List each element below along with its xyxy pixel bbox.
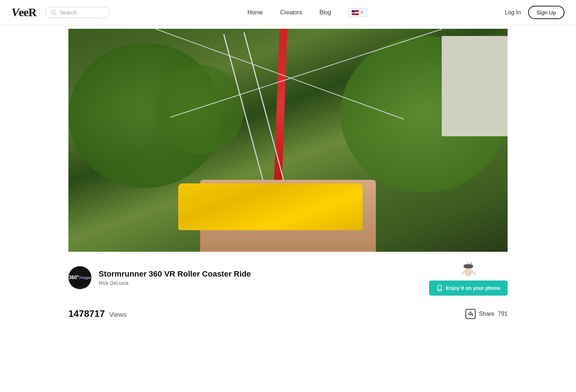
video-player[interactable] [68,29,508,252]
chevron-down-icon: ▼ [360,10,364,14]
nav-creators[interactable]: Creators [280,9,302,16]
stats-row: 1478717 Views Share 791 [68,302,508,326]
svg-line-13 [472,271,475,274]
svg-point-16 [440,290,440,291]
roller-coaster-cart [178,183,363,230]
svg-text:♥: ♥ [471,261,472,265]
svg-line-12 [462,271,465,274]
character-icon: ♥ [458,260,479,278]
channel-avatar[interactable]: 360° Vlogger [68,266,91,289]
enjoy-btn-area: ♥ Enjoy it on your phone [429,260,508,296]
video-background [68,29,508,252]
login-button[interactable]: Log In [505,9,521,16]
share-icon [465,309,476,319]
svg-rect-14 [438,285,441,291]
video-title: Stormrunner 360 VR Roller Coaster Ride [99,269,422,279]
signup-button[interactable]: Sign Up [528,6,564,19]
views-area: 1478717 Views [68,308,126,319]
vr-character-svg: ♥ [458,260,479,278]
enjoy-on-phone-button[interactable]: Enjoy it on your phone [429,281,508,296]
svg-rect-10 [472,265,473,268]
language-selector[interactable]: ▼ [348,8,367,17]
search-bar[interactable]: Search [45,7,110,18]
main-nav: Home Creators Blog ▼ [248,8,367,17]
video-author: Rick DeLucia [99,280,422,286]
views-count: 1478717 [68,308,105,319]
phone-icon [436,285,443,291]
header: VeeR Search Home Creators Blog ▼ Log In … [0,0,576,25]
svg-rect-9 [464,265,465,268]
svg-rect-5 [352,10,355,13]
red-track [274,29,287,190]
search-placeholder: Search [60,9,77,15]
nav-blog[interactable]: Blog [320,9,331,16]
svg-point-0 [51,10,55,14]
flag-icon [352,10,359,15]
tree-mid [156,65,244,154]
views-label: Views [109,311,127,318]
svg-rect-4 [352,13,359,15]
nav-home[interactable]: Home [248,9,263,16]
share-svg [468,311,473,317]
video-meta: Stormrunner 360 VR Roller Coaster Ride R… [99,269,422,286]
video-info: 360° Vlogger Stormrunner 360 VR Roller C… [68,252,508,302]
avatar-inner: 360° Vlogger [69,267,91,288]
main-content: 360° Vlogger Stormrunner 360 VR Roller C… [61,29,515,326]
share-area[interactable]: Share 791 [465,309,508,319]
svg-rect-8 [464,264,472,268]
share-count: 791 [498,311,508,317]
enjoy-btn-label: Enjoy it on your phone [446,285,500,291]
building [442,36,508,136]
logo[interactable]: VeeR [12,6,36,19]
header-right: Log In Sign Up [505,6,564,19]
search-icon [51,10,57,15]
share-label: Share [479,311,495,317]
svg-line-1 [55,13,57,15]
